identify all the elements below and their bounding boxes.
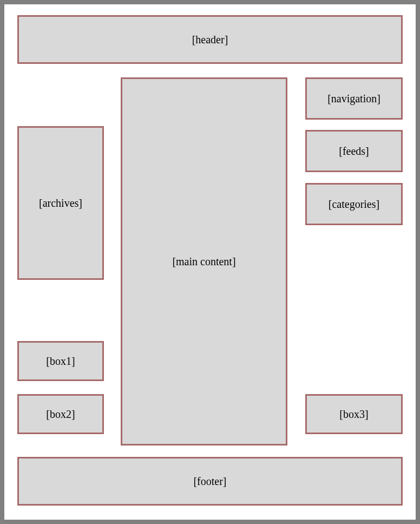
feeds-label: [feeds] (339, 145, 369, 158)
main-content-label: [main content] (172, 256, 235, 268)
main-content-box: [main content] (121, 77, 287, 446)
footer-box: [footer] (17, 457, 403, 506)
box2-box: [box2] (17, 394, 104, 434)
archives-box: [archives] (17, 126, 104, 280)
navigation-box: [navigation] (305, 77, 403, 120)
navigation-label: [navigation] (327, 93, 380, 105)
categories-box: [categories] (305, 183, 403, 225)
box1-label: [box1] (46, 355, 75, 368)
header-label: [header] (192, 34, 228, 46)
footer-label: [footer] (193, 475, 226, 488)
archives-label: [archives] (39, 197, 82, 209)
feeds-box: [feeds] (305, 130, 403, 172)
box3-label: [box3] (339, 408, 368, 421)
categories-label: [categories] (329, 198, 379, 211)
box2-label: [box2] (46, 408, 75, 421)
box1-box: [box1] (17, 341, 104, 381)
box3-box: [box3] (305, 394, 403, 434)
header-box: [header] (17, 15, 403, 64)
layout-diagram: [header] [navigation] [feeds] [categorie… (4, 4, 416, 520)
